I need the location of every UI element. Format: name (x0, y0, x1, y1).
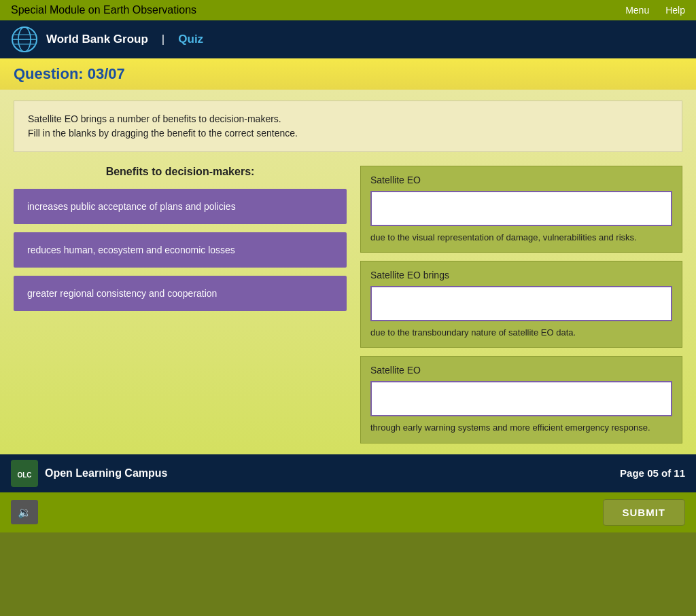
drop-area-3[interactable] (370, 381, 672, 416)
org-name: World Bank Group (46, 33, 148, 46)
dropzones-column: Satellite EO due to the visual represent… (360, 166, 682, 443)
benefits-column: Benefits to decision-makers: increases p… (14, 166, 347, 443)
instruction-box: Satellite EO brings a number of benefits… (14, 101, 682, 152)
dropzone-3[interactable]: Satellite EO through early warning syste… (360, 356, 682, 443)
question-header: Question: 03/07 (0, 58, 696, 90)
menu-link[interactable]: Menu (625, 5, 649, 16)
bottom-controls: 🔉 SUBMIT (0, 492, 696, 532)
dropzone-1-label: Satellite EO (370, 175, 672, 185)
main-content: Satellite EO brings a number of benefits… (0, 90, 696, 454)
page-info: Page 05 of 11 (620, 467, 685, 479)
campus-name: Open Learning Campus (45, 467, 167, 479)
benefits-title: Benefits to decision-makers: (14, 166, 347, 178)
help-link[interactable]: Help (665, 5, 685, 16)
header-divider: | (162, 33, 164, 46)
quiz-body: Benefits to decision-makers: increases p… (14, 166, 682, 443)
dropzone-2[interactable]: Satellite EO brings due to the transboun… (360, 261, 682, 348)
dropzone-2-description: due to the transboundary nature of satel… (370, 327, 672, 339)
dropzone-1[interactable]: Satellite EO due to the visual represent… (360, 166, 682, 253)
benefit-item-1[interactable]: increases public acceptance of plans and… (14, 189, 347, 224)
dropzone-3-label: Satellite EO (370, 365, 672, 376)
footer-left: OLC Open Learning Campus (11, 460, 167, 487)
module-title: Special Module on Earth Observations (11, 4, 196, 16)
submit-button[interactable]: SUBMIT (603, 499, 686, 526)
header: World Bank Group | Quiz (0, 20, 696, 58)
quiz-label: Quiz (178, 33, 203, 46)
drop-area-2[interactable] (370, 286, 672, 321)
svg-text:OLC: OLC (17, 471, 31, 479)
question-number: Question: 03/07 (14, 65, 125, 82)
globe-icon (11, 26, 38, 53)
footer: OLC Open Learning Campus Page 05 of 11 (0, 454, 696, 492)
drop-area-1[interactable] (370, 191, 672, 226)
benefit-item-3[interactable]: greater regional consistency and coopera… (14, 276, 347, 311)
dropzone-3-description: through early warning systems and more e… (370, 422, 672, 434)
top-bar: Special Module on Earth Observations Men… (0, 0, 696, 20)
dropzone-1-description: due to the visual representation of dama… (370, 232, 672, 244)
instruction-line1: Satellite EO brings a number of benefits… (28, 112, 668, 126)
dropzone-2-label: Satellite EO brings (370, 270, 672, 280)
instruction-line2: Fill in the blanks by dragging the benef… (28, 126, 668, 141)
benefit-item-2[interactable]: reduces human, ecosystem and economic lo… (14, 232, 347, 268)
olc-icon: OLC (11, 460, 38, 487)
volume-button[interactable]: 🔉 (11, 500, 38, 524)
